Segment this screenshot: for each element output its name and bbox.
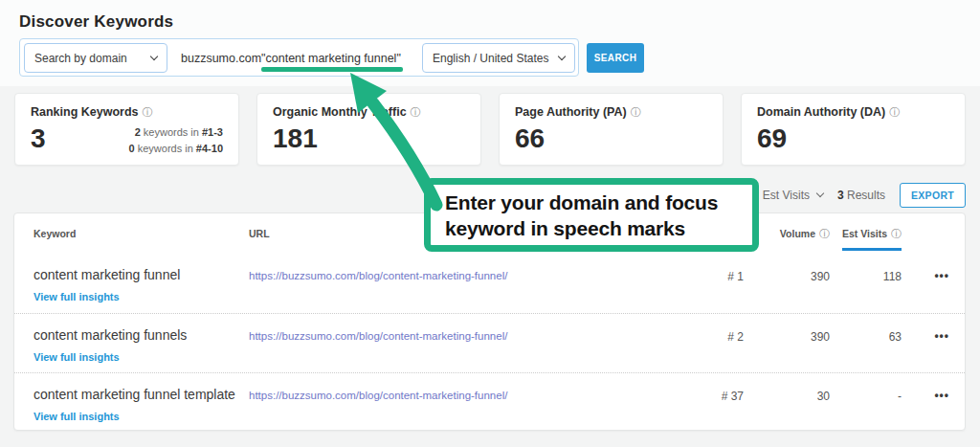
card-title-text: Page Authority (PA): [515, 105, 627, 119]
table-row: content marketing funnel View full insig…: [14, 254, 965, 313]
card-ranking-keywords: Ranking Keywordsⓘ 3 2 keywords in #1-3 0…: [14, 93, 239, 166]
est-visits-cell: 63: [830, 327, 902, 344]
keyword-text: content marketing funnels: [33, 327, 249, 343]
volume-header-text: Volume: [780, 228, 815, 239]
volume-cell: 390: [744, 327, 830, 344]
annotation-callout: Enter your domain and focus keyword in s…: [424, 178, 759, 252]
volume-cell: 30: [744, 387, 830, 403]
results-count-label: Results: [847, 189, 885, 202]
info-icon[interactable]: ⓘ: [631, 106, 641, 118]
keyword-cell: content marketing funnels View full insi…: [33, 327, 249, 365]
card-title: Ranking Keywordsⓘ: [31, 105, 223, 120]
language-dropdown[interactable]: English / United States: [422, 43, 575, 73]
est-visits-cell: 118: [830, 267, 902, 283]
chevron-down-icon: [558, 53, 566, 60]
card-value: 66: [515, 123, 707, 154]
search-button[interactable]: SEARCH: [587, 43, 644, 73]
more-options-icon[interactable]: •••: [902, 387, 949, 402]
card-title-text: Organic Monthly Traffic: [273, 105, 407, 119]
language-value: English / United States: [433, 52, 548, 65]
export-button[interactable]: EXPORT: [900, 183, 966, 208]
keyword-cell: content marketing funnel View full insig…: [33, 267, 249, 304]
card-title: Page Authority (PA)ⓘ: [515, 105, 707, 120]
card-page-authority: Page Authority (PA)ⓘ 66: [499, 93, 724, 166]
card-value: 69: [757, 123, 949, 154]
text: keywords in: [135, 143, 196, 154]
range: #1-3: [202, 126, 223, 138]
view-full-insights-link[interactable]: View full insights: [33, 291, 120, 302]
table-row: content marketing funnel template View f…: [14, 372, 965, 431]
column-header-est-visits[interactable]: Est Visitsⓘ: [830, 227, 902, 241]
volume-cell: 390: [744, 267, 830, 283]
url-link[interactable]: https://buzzsumo.com/blog/content-market…: [249, 267, 648, 281]
more-options-icon[interactable]: •••: [902, 267, 949, 282]
url-link[interactable]: https://buzzsumo.com/blog/content-market…: [249, 387, 648, 401]
card-title: Domain Authority (DA)ⓘ: [757, 105, 949, 120]
results-count-number: 3: [837, 189, 844, 202]
search-mode-value: Search by domain: [34, 52, 127, 65]
info-icon[interactable]: ⓘ: [819, 228, 830, 239]
search-query-prefix: buzzsumo.com: [181, 52, 261, 65]
position-cell: # 37: [648, 387, 744, 403]
info-icon[interactable]: ⓘ: [891, 228, 902, 239]
est-visits-header-text: Est Visits: [842, 228, 887, 239]
stats-cards: Ranking Keywordsⓘ 3 2 keywords in #1-3 0…: [14, 93, 966, 166]
annotation-text-line2: keyword in speech marks: [445, 215, 752, 241]
search-input[interactable]: buzzsumo.com "content marketing funnel": [181, 39, 420, 77]
table-row: content marketing funnels View full insi…: [14, 313, 965, 372]
search-bar: Search by domain buzzsumo.com "content m…: [19, 38, 579, 77]
ranking-breakdown-line: 2 keywords in #1-3: [129, 124, 223, 141]
text: keywords in: [141, 126, 202, 138]
info-icon[interactable]: ⓘ: [143, 106, 153, 118]
info-icon[interactable]: ⓘ: [411, 106, 421, 118]
position-cell: # 1: [648, 267, 744, 283]
url-link[interactable]: https://buzzsumo.com/blog/content-market…: [249, 327, 648, 342]
chevron-down-icon: [816, 190, 824, 197]
card-value: 181: [273, 123, 465, 154]
keyword-text: content marketing funnel: [33, 267, 249, 282]
card-domain-authority: Domain Authority (DA)ⓘ 69: [741, 93, 966, 166]
annotation-text-line1: Enter your domain and focus: [445, 190, 752, 215]
results-count: 3 Results: [837, 189, 885, 202]
ranking-breakdown: 2 keywords in #1-3 0 keywords in #4-10: [129, 124, 223, 157]
ranking-breakdown-line: 0 keywords in #4-10: [129, 141, 223, 157]
more-options-icon[interactable]: •••: [902, 327, 949, 343]
column-header-keyword[interactable]: Keyword: [33, 228, 249, 239]
keyword-cell: content marketing funnel template View f…: [33, 387, 249, 424]
card-title: Organic Monthly Trafficⓘ: [273, 105, 465, 120]
card-title-text: Domain Authority (DA): [757, 105, 885, 119]
info-icon[interactable]: ⓘ: [889, 106, 900, 118]
card-organic-monthly-traffic: Organic Monthly Trafficⓘ 181: [256, 93, 481, 166]
keyword-text: content marketing funnel template: [33, 387, 249, 402]
view-full-insights-link[interactable]: View full insights: [33, 351, 120, 363]
range: #4-10: [196, 143, 223, 154]
discover-keywords-page: Discover Keywords Search by domain buzzs…: [0, 0, 980, 447]
search-mode-dropdown[interactable]: Search by domain: [24, 43, 167, 73]
search-query-quoted: "content marketing funnel": [261, 52, 401, 65]
page-title: Discover Keywords: [19, 12, 173, 32]
position-cell: # 2: [648, 327, 744, 344]
est-visits-cell: -: [830, 387, 902, 403]
chevron-down-icon: [150, 53, 158, 60]
view-full-insights-link[interactable]: View full insights: [33, 411, 120, 422]
card-title-text: Ranking Keywords: [31, 105, 139, 119]
